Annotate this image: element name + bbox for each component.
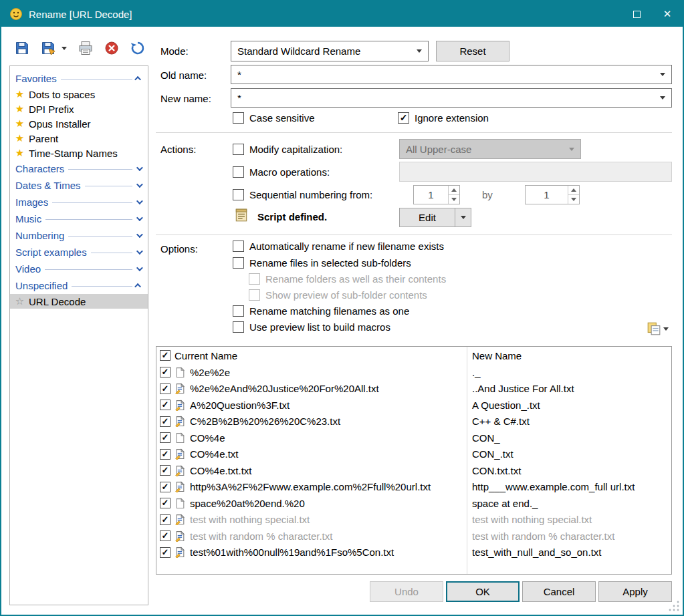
close-button[interactable]: ✕	[652, 1, 683, 27]
current-name: %2e%2e	[190, 367, 230, 378]
macro-operations-checkbox[interactable]: Macro operations:	[233, 166, 330, 178]
rename-folders-checkbox: Rename folders as well as their contents	[249, 273, 446, 285]
file-icon	[175, 367, 186, 378]
ok-button[interactable]: OK	[446, 581, 520, 602]
row-checkbox[interactable]	[160, 547, 170, 558]
checkbox-icon	[233, 241, 244, 252]
sidebar-group-characters[interactable]: Characters	[10, 160, 148, 177]
row-checkbox[interactable]	[160, 400, 170, 410]
sidebar-group-images[interactable]: Images	[10, 194, 148, 210]
row-checkbox[interactable]	[160, 530, 170, 541]
select-all-checkbox[interactable]	[160, 350, 170, 361]
rename-matching-as-one-checkbox[interactable]: Rename matching filenames as one	[233, 305, 409, 317]
new-name: CON_	[467, 432, 671, 444]
auto-rename-checkbox[interactable]: Automatically rename if new filename exi…	[233, 241, 444, 252]
table-row[interactable]: test with random % character.txt test wi…	[156, 528, 671, 545]
text-file-icon	[175, 514, 186, 525]
paste-macro-button[interactable]	[647, 321, 669, 337]
preset-sidebar: Favorites ★Dots to spaces ★DPI Prefix ★O…	[9, 65, 148, 605]
apply-button[interactable]: Apply	[598, 581, 672, 602]
sidebar-group-numbering[interactable]: Numbering	[10, 227, 148, 244]
row-checkbox[interactable]	[160, 482, 170, 492]
chevron-up-icon	[134, 76, 141, 83]
save-as-button[interactable]	[39, 39, 57, 57]
mode-dropdown[interactable]: Standard Wildcard Rename	[231, 41, 429, 61]
row-checkbox[interactable]	[160, 432, 170, 443]
table-row[interactable]: http%3A%2F%2Fwww.example.com%2Ffull%20ur…	[156, 479, 671, 496]
sidebar-item-parent[interactable]: ★Parent	[10, 131, 148, 146]
row-checkbox[interactable]	[160, 367, 170, 377]
new-name: C++ & C#.txt	[467, 416, 671, 427]
table-row[interactable]: CO%4e CON_	[156, 430, 671, 446]
show-subfolder-preview-checkbox: Show preview of sub-folder contents	[249, 289, 427, 301]
preview-table[interactable]: Current Name New Name %2e%2e ._ %2e%2eAn…	[156, 346, 672, 575]
chevron-down-icon	[417, 49, 422, 53]
text-file-icon	[175, 481, 186, 492]
row-checkbox[interactable]	[160, 449, 170, 460]
resize-grip[interactable]	[668, 600, 680, 612]
row-checkbox[interactable]	[160, 465, 170, 476]
sidebar-group-favorites[interactable]: Favorites	[10, 70, 148, 87]
row-checkbox[interactable]	[160, 498, 170, 508]
edit-script-button[interactable]: Edit	[399, 208, 471, 227]
rename-subfolders-checkbox[interactable]: Rename files in selected sub-folders	[233, 257, 411, 269]
table-row[interactable]: C%2B%2B%20%26%20C%23.txt C++ & C#.txt	[156, 414, 671, 430]
table-header[interactable]: Current Name New Name	[156, 347, 671, 364]
new-name-input[interactable]: *	[231, 88, 672, 108]
current-name: CO%4e.txt.txt	[190, 465, 252, 476]
sidebar-item-url-decode[interactable]: ☆URL Decode	[10, 294, 148, 309]
row-checkbox[interactable]	[160, 416, 170, 427]
spinner-up-button[interactable]	[449, 186, 459, 194]
edit-dropdown-button[interactable]	[455, 208, 471, 226]
current-name: CO%4e.txt	[190, 448, 239, 460]
revert-button[interactable]	[129, 39, 146, 57]
reset-button[interactable]: Reset	[436, 41, 509, 61]
table-row[interactable]: test%01with%00null%19and%1Fso%5Con.txt t…	[156, 545, 671, 561]
row-checkbox[interactable]	[160, 514, 170, 525]
chevron-down-icon	[571, 198, 576, 201]
seq-from-spinner[interactable]: 1	[413, 185, 460, 204]
sidebar-group-script-examples[interactable]: Script examples	[10, 244, 148, 261]
table-row[interactable]: A%20Question%3F.txt A Question_.txt	[156, 397, 671, 414]
table-row[interactable]: space%20at%20end.%20 space at end._	[156, 495, 671, 512]
case-sensitive-checkbox[interactable]: Case sensitive	[233, 112, 315, 124]
save-as-dropdown-button[interactable]	[60, 39, 68, 57]
table-row[interactable]: CO%4e.txt CON_.txt	[156, 446, 671, 463]
checkbox-icon	[233, 321, 244, 333]
spinner-down-button[interactable]	[449, 194, 459, 204]
column-header-new[interactable]: New Name	[467, 350, 671, 361]
spinner-down-button[interactable]	[568, 194, 579, 204]
sidebar-item-time-stamp-names[interactable]: ★Time-Stamp Names	[10, 146, 148, 160]
delete-button[interactable]	[103, 39, 120, 57]
sidebar-item-opus-installer[interactable]: ★Opus Installer	[10, 116, 148, 131]
file-icon	[175, 498, 186, 509]
sidebar-item-dots-to-spaces[interactable]: ★Dots to spaces	[10, 87, 148, 102]
row-checkbox[interactable]	[160, 383, 170, 394]
sidebar-group-unspecified[interactable]: Unspecified	[10, 277, 148, 294]
spinner-up-button[interactable]	[568, 186, 579, 194]
column-header-current[interactable]: Current Name	[175, 350, 237, 361]
table-row[interactable]: test with nothing special.txt test with …	[156, 512, 671, 528]
print-button[interactable]	[77, 39, 94, 57]
sequential-numbering-checkbox[interactable]: Sequential numbering from:	[233, 189, 372, 200]
sidebar-group-dates-times[interactable]: Dates & Times	[10, 177, 148, 194]
maximize-button[interactable]	[621, 1, 652, 27]
sidebar-group-video[interactable]: Video	[10, 261, 148, 277]
chevron-down-icon	[136, 164, 143, 171]
seq-by-spinner[interactable]: 1	[525, 185, 580, 204]
table-row[interactable]: %2e%2e ._	[156, 364, 671, 381]
table-row[interactable]: CO%4e.txt.txt CON.txt.txt	[156, 462, 671, 479]
old-name-input[interactable]: *	[231, 65, 672, 84]
sidebar-group-music[interactable]: Music	[10, 210, 148, 227]
new-name: space at end._	[467, 498, 671, 509]
sidebar-item-dpi-prefix[interactable]: ★DPI Prefix	[10, 102, 148, 116]
use-preview-list-checkbox[interactable]: Use preview list to build macros	[233, 321, 390, 333]
cancel-button[interactable]: Cancel	[522, 581, 596, 602]
current-name: A%20Question%3F.txt	[190, 400, 290, 411]
chevron-down-icon	[663, 327, 669, 331]
ignore-extension-checkbox[interactable]: Ignore extension	[398, 112, 489, 124]
new-name: test_with_null_and_so_on.txt	[467, 547, 671, 558]
save-button[interactable]	[13, 39, 31, 57]
table-row[interactable]: %2e%2eAnd%20Justice%20For%20All.txt ..An…	[156, 381, 671, 398]
modify-capitalization-checkbox[interactable]: Modify capitalization:	[233, 144, 342, 155]
